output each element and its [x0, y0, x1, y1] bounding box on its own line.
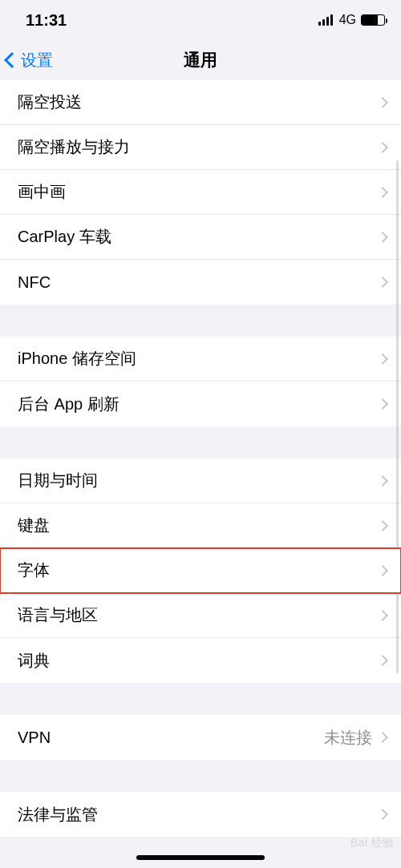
settings-row[interactable]: 隔空投送: [0, 80, 401, 125]
row-label: NFC: [18, 273, 379, 292]
settings-row[interactable]: 字体: [0, 548, 401, 593]
row-label: 日期与时间: [18, 470, 379, 491]
settings-row[interactable]: 语言与地区: [0, 593, 401, 638]
settings-row[interactable]: NFC: [0, 260, 401, 305]
status-right: 4G: [318, 13, 385, 27]
row-label: VPN: [18, 729, 324, 747]
row-label: 词典: [18, 650, 379, 672]
row-label: 键盘: [18, 515, 379, 536]
nav-bar: 设置 通用: [0, 40, 401, 80]
section: 隔空投送隔空播放与接力画中画CarPlay 车载NFC: [0, 80, 401, 305]
home-indicator[interactable]: [136, 855, 265, 860]
chevron-right-icon: [377, 655, 388, 666]
section-gap: [0, 760, 401, 792]
chevron-right-icon: [377, 277, 388, 288]
row-label: 画中画: [18, 181, 379, 203]
row-label: 法律与监管: [18, 804, 379, 826]
section: 日期与时间键盘字体语言与地区词典: [0, 458, 401, 683]
row-label: 隔空播放与接力: [18, 136, 379, 158]
row-label: iPhone 储存空间: [18, 348, 379, 369]
status-time: 11:31: [26, 11, 67, 30]
chevron-right-icon: [377, 186, 388, 197]
chevron-right-icon: [377, 96, 388, 107]
page-title: 通用: [0, 49, 401, 71]
status-bar: 11:31 4G: [0, 0, 401, 40]
settings-list: 隔空投送隔空播放与接力画中画CarPlay 车载NFCiPhone 储存空间后台…: [0, 80, 401, 837]
settings-row[interactable]: 键盘: [0, 503, 401, 548]
chevron-right-icon: [377, 609, 388, 620]
section: VPN未连接: [0, 715, 401, 760]
section-gap: [0, 305, 401, 337]
back-button[interactable]: 设置: [6, 50, 53, 71]
settings-row[interactable]: iPhone 储存空间: [0, 337, 401, 382]
settings-row[interactable]: CarPlay 车载: [0, 215, 401, 260]
settings-row[interactable]: 后台 App 刷新: [0, 382, 401, 426]
settings-row[interactable]: VPN未连接: [0, 715, 401, 760]
settings-row[interactable]: 日期与时间: [0, 458, 401, 503]
scroll-indicator[interactable]: [396, 160, 399, 673]
chevron-right-icon: [377, 809, 388, 820]
chevron-right-icon: [377, 474, 388, 486]
chevron-right-icon: [377, 732, 388, 743]
section: iPhone 储存空间后台 App 刷新: [0, 337, 401, 426]
settings-row[interactable]: 隔空播放与接力: [0, 125, 401, 170]
row-detail: 未连接: [324, 727, 372, 749]
row-label: 后台 App 刷新: [18, 394, 379, 415]
signal-icon: [318, 14, 333, 26]
row-label: 字体: [18, 559, 379, 581]
chevron-left-icon: [4, 52, 20, 68]
chevron-right-icon: [377, 231, 388, 242]
back-label: 设置: [21, 50, 53, 71]
settings-row[interactable]: 法律与监管: [0, 792, 401, 837]
watermark: Bai 经验: [350, 836, 395, 850]
row-label: 语言与地区: [18, 604, 379, 626]
section-gap: [0, 426, 401, 458]
battery-icon: [361, 14, 385, 26]
chevron-right-icon: [377, 141, 388, 152]
section: 法律与监管: [0, 792, 401, 837]
chevron-right-icon: [377, 519, 388, 531]
settings-row[interactable]: 画中画: [0, 170, 401, 215]
chevron-right-icon: [377, 353, 388, 364]
chevron-right-icon: [377, 398, 388, 410]
section-gap: [0, 683, 401, 715]
row-label: 隔空投送: [18, 91, 379, 113]
network-label: 4G: [339, 13, 356, 27]
settings-row[interactable]: 词典: [0, 638, 401, 683]
row-label: CarPlay 车载: [18, 226, 379, 248]
chevron-right-icon: [377, 564, 388, 575]
